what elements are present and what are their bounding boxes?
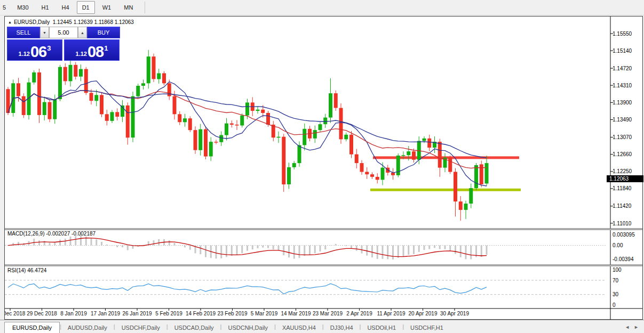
buy-price-box[interactable]: 1.12 08 1 xyxy=(64,39,120,61)
macd-values: -0.002027 -0.002187 xyxy=(46,231,96,237)
svg-text:14 Feb 2019: 14 Feb 2019 xyxy=(186,311,216,316)
svg-text:70: 70 xyxy=(613,278,619,283)
svg-text:30: 30 xyxy=(613,291,619,297)
tab-eurusd-daily[interactable]: EURUSD,Daily xyxy=(4,322,60,333)
svg-text:1.14310: 1.14310 xyxy=(613,83,632,88)
tab-usdchf-h1[interactable]: USDCHF,H1 xyxy=(404,322,450,333)
svg-text:100: 100 xyxy=(613,267,622,273)
sell-price-box[interactable]: 1.12 06 3 xyxy=(7,39,62,61)
tab-usdcad-daily[interactable]: USDCAD,Daily xyxy=(168,322,220,333)
svg-text:17 Jan 2019: 17 Jan 2019 xyxy=(91,311,120,316)
buy-button[interactable]: BUY xyxy=(87,27,120,38)
svg-text:1.11840: 1.11840 xyxy=(613,185,632,191)
svg-text:1.15140: 1.15140 xyxy=(613,48,632,54)
svg-text:0: 0 xyxy=(613,302,616,308)
rsi-value: 46.4724 xyxy=(27,267,46,273)
svg-text:1.15550: 1.15550 xyxy=(613,31,632,37)
symbol-tab-bar: EURUSD,Daily|AUDUSD,Daily|USDCHF,Daily|U… xyxy=(0,320,644,333)
timeframe-toolbar: 5M30H1H4D1W1MN xyxy=(0,0,644,15)
tab-scroll-right-icon[interactable]: ► xyxy=(634,324,639,330)
timeframe-button-d1[interactable]: D1 xyxy=(77,1,95,14)
timeframe-button-m30[interactable]: M30 xyxy=(12,1,34,14)
one-click-trade-panel: SELL ▼ ▲ BUY 1.12 06 3 1.12 08 1 xyxy=(7,27,121,61)
sell-price-big: 06 xyxy=(30,45,46,59)
svg-text:2 Apr 2019: 2 Apr 2019 xyxy=(346,311,372,316)
timeframe-button-h4[interactable]: H4 xyxy=(57,1,75,14)
svg-text:1.11420: 1.11420 xyxy=(613,203,632,209)
timeframe-button-5[interactable]: 5 xyxy=(1,1,10,14)
spin-down-icon: ▼ xyxy=(43,31,46,35)
svg-text:5 Feb 2019: 5 Feb 2019 xyxy=(155,311,182,316)
timeframe-button-h1[interactable]: H1 xyxy=(36,1,54,14)
tab-usdoil-h1[interactable]: USDOil,H1 xyxy=(361,322,402,333)
sell-price-prefix: 1.12 xyxy=(19,51,30,57)
svg-text:1.13900: 1.13900 xyxy=(613,100,632,105)
tab-xauusd-h4[interactable]: XAUUSD,H4 xyxy=(276,322,322,333)
svg-text:1.12250: 1.12250 xyxy=(613,168,632,174)
svg-text:20 Apr 2019: 20 Apr 2019 xyxy=(409,311,438,316)
svg-text:29 Dec 2018: 29 Dec 2018 xyxy=(27,311,57,316)
buy-price-big: 08 xyxy=(88,45,104,59)
svg-text:30 Apr 2019: 30 Apr 2019 xyxy=(440,311,469,316)
timeframe-button-w1[interactable]: W1 xyxy=(97,1,117,14)
svg-text:26 Jan 2019: 26 Jan 2019 xyxy=(122,311,152,316)
chart-header: ▲EURUSD,Daily 1.12445 1.12639 1.11868 1.… xyxy=(8,19,134,25)
volume-increase-button[interactable]: ▲ xyxy=(78,27,87,38)
buy-price-pip: 1 xyxy=(104,44,108,52)
sell-price-pip: 3 xyxy=(47,44,51,52)
tab-usdchf-daily[interactable]: USDCHF,Daily xyxy=(115,322,166,333)
svg-text:8 Jan 2019: 8 Jan 2019 xyxy=(60,311,87,316)
toolbar-separator xyxy=(145,2,145,13)
svg-text:0.003095: 0.003095 xyxy=(613,232,635,238)
svg-text:1.13490: 1.13490 xyxy=(613,117,632,123)
chart-window: 1.155501.151401.147201.143101.139001.134… xyxy=(4,16,643,320)
current-price-tag: 1.12063 xyxy=(607,175,643,182)
svg-text:23 Feb 2019: 23 Feb 2019 xyxy=(217,311,248,316)
tab-audusd-daily[interactable]: AUDUSD,Daily xyxy=(61,322,114,333)
macd-label: MACD(12,26,9) -0.002027 -0.002187 xyxy=(7,231,96,237)
rsi-label: RSI(14) 46.4724 xyxy=(7,267,46,273)
price-chart-canvas[interactable]: 1.155501.151401.147201.143101.139001.134… xyxy=(5,17,643,320)
volume-input[interactable] xyxy=(49,27,78,38)
svg-text:20 Dec 2018: 20 Dec 2018 xyxy=(5,311,26,316)
svg-text:14 Mar 2019: 14 Mar 2019 xyxy=(281,311,311,316)
volume-decrease-button[interactable]: ▼ xyxy=(40,27,49,38)
timeframe-button-mn[interactable]: MN xyxy=(118,1,138,14)
svg-text:23 Mar 2019: 23 Mar 2019 xyxy=(313,311,343,316)
svg-text:1.11010: 1.11010 xyxy=(613,221,632,226)
collapse-icon[interactable]: ▲ xyxy=(8,20,12,24)
spin-up-icon: ▲ xyxy=(81,31,84,35)
svg-text:0.00: 0.00 xyxy=(613,242,623,248)
chart-ohlc-values: 1.12445 1.12639 1.11868 1.12063 xyxy=(53,19,134,25)
svg-text:1.12660: 1.12660 xyxy=(613,151,632,157)
svg-text:-0.00394: -0.00394 xyxy=(613,256,634,262)
buy-price-prefix: 1.12 xyxy=(76,51,87,57)
svg-text:1.13070: 1.13070 xyxy=(613,134,632,140)
svg-text:11 Apr 2019: 11 Apr 2019 xyxy=(377,311,406,316)
tab-dj30-h4[interactable]: DJ30,H4 xyxy=(324,322,360,333)
chart-symbol-title: EURUSD,Daily xyxy=(14,19,50,25)
tab-scroll-left-icon[interactable]: ◄ xyxy=(625,324,630,330)
sell-button[interactable]: SELL xyxy=(7,27,40,38)
tab-usdcnh-daily[interactable]: USDCNH,Daily xyxy=(221,322,274,333)
svg-text:1.14720: 1.14720 xyxy=(613,66,632,71)
svg-text:5 Mar 2019: 5 Mar 2019 xyxy=(251,311,278,316)
